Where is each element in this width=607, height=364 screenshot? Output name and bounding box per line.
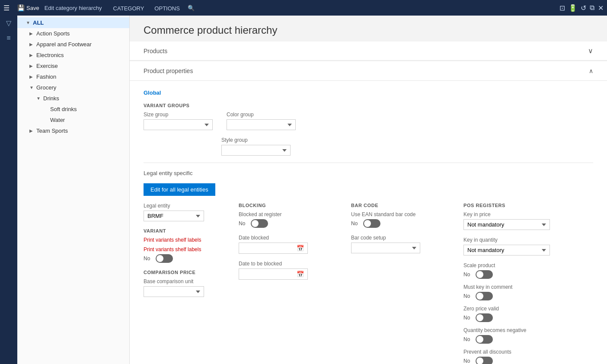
edit-for-all-legal-entities-button[interactable]: Edit for all legal entities xyxy=(144,183,215,196)
nav-item-electronics[interactable]: ▶ Electronics xyxy=(17,50,129,61)
size-group-select[interactable] xyxy=(144,119,213,130)
size-group-field: Size group xyxy=(144,112,213,130)
style-group-row: Style group xyxy=(144,137,593,156)
nav-label-electronics: Electronics xyxy=(36,52,126,58)
nav-item-team-sports[interactable]: ▶ Team Sports xyxy=(17,125,129,136)
use-ean-toggle[interactable] xyxy=(363,219,380,228)
menu-icon[interactable]: ☰ xyxy=(3,4,10,12)
section-title: Product properties xyxy=(144,67,193,74)
global-label: Global xyxy=(144,89,593,96)
nav-item-apparel[interactable]: ▶ Apparel and Footwear xyxy=(17,39,129,50)
use-ean-label: Use EAN standard bar code xyxy=(351,211,438,217)
qty-negative-label: Quantity becomes negative xyxy=(463,327,559,333)
legal-blocking-row: Legal entity BRMF VARIANT Print variants… xyxy=(144,203,593,364)
nav-item-all[interactable]: ▼ ALL xyxy=(17,17,129,28)
nav-item-drinks[interactable]: ▼ Drinks xyxy=(17,93,129,104)
prevent-all-discounts-slider xyxy=(476,357,493,364)
date-to-be-blocked-field: Date to be blocked 📅 xyxy=(239,261,325,280)
print-shelf-row: Print variants shelf labels xyxy=(144,237,213,243)
legal-entity-field: Legal entity BRMF xyxy=(144,203,213,221)
section-collapse-icon[interactable]: ∧ xyxy=(589,67,593,74)
size-group-label: Size group xyxy=(144,112,213,118)
nav-options[interactable]: OPTIONS xyxy=(150,3,184,13)
window-icon-2[interactable]: 🔋 xyxy=(569,4,577,12)
scale-product-value: No xyxy=(463,271,472,278)
zero-price-toggle[interactable] xyxy=(476,313,493,322)
nav-item-soft-drinks[interactable]: Soft drinks xyxy=(17,104,129,115)
style-group-label: Style group xyxy=(221,137,291,143)
blocking-title: BLOCKING xyxy=(239,203,325,208)
divider-1 xyxy=(144,163,593,163)
nav-item-water[interactable]: Water xyxy=(17,115,129,125)
bar-code-setup-select[interactable] xyxy=(351,243,420,253)
calendar-icon-1[interactable]: 📅 xyxy=(297,245,304,252)
base-comparison-unit-field: Base comparison unit xyxy=(144,278,213,297)
nav-label-soft-drinks: Soft drinks xyxy=(50,106,126,112)
nav-label-exercise: Exercise xyxy=(36,63,126,69)
nav-item-fashion[interactable]: ▶ Fashion xyxy=(17,71,129,82)
pos-col: POS REGISTERS Key in price Not mandatory… xyxy=(463,203,559,364)
page-header: Commerce product hierarchy xyxy=(130,16,607,42)
products-section: Products ∨ xyxy=(130,42,607,61)
nav-item-grocery[interactable]: ▼ Grocery xyxy=(17,82,129,93)
print-shelf-toggle-row: No xyxy=(144,254,213,263)
close-icon[interactable]: ✕ xyxy=(598,4,604,12)
save-icon: 💾 xyxy=(17,4,25,11)
date-blocked-input[interactable] xyxy=(243,245,297,252)
window-icon-1[interactable]: ⊡ xyxy=(559,4,565,12)
must-key-comment-slider xyxy=(476,292,493,300)
print-shelf-toggle[interactable] xyxy=(156,254,173,263)
use-ean-value: No xyxy=(351,220,360,227)
title-bar: ☰ 💾 Save Edit category hierarchy CATEGOR… xyxy=(0,0,607,16)
scale-product-toggle[interactable] xyxy=(476,270,493,279)
variant-groups-title: VARIANT GROUPS xyxy=(144,103,593,108)
legal-entity-select[interactable]: BRMF xyxy=(144,211,204,221)
window-icon-4[interactable]: ⧉ xyxy=(590,4,594,12)
nav-toggle-drinks: ▼ xyxy=(36,96,42,101)
filter-icon[interactable]: ▽ xyxy=(6,19,11,27)
must-key-comment-label: Must key in comment xyxy=(463,284,559,290)
nav-label-action-sports: Action Sports xyxy=(36,30,126,37)
prevent-all-discounts-toggle[interactable] xyxy=(476,357,493,364)
style-group-select[interactable] xyxy=(221,145,291,156)
nav-toggle-fashion: ▶ xyxy=(29,74,35,79)
left-col: Legal entity BRMF VARIANT Print variants… xyxy=(144,203,213,364)
main-content: Commerce product hierarchy Products ∨ Pr… xyxy=(130,16,607,364)
bar-code-setup-label: Bar code setup xyxy=(351,235,438,241)
base-comparison-unit-label: Base comparison unit xyxy=(144,278,213,284)
products-collapse-icon[interactable]: ∨ xyxy=(588,47,593,55)
window-icon-3[interactable]: ↺ xyxy=(581,4,586,12)
edit-category-title: Edit category hierarchy xyxy=(45,5,102,11)
print-shelf-label: Print variants shelf labels xyxy=(144,237,201,243)
date-to-be-blocked-input[interactable] xyxy=(243,271,297,278)
nav-label-apparel: Apparel and Footwear xyxy=(36,41,126,48)
list-icon[interactable]: ≡ xyxy=(6,34,10,42)
search-icon[interactable]: 🔍 xyxy=(188,5,195,11)
print-shelf-value: No xyxy=(144,255,152,262)
nav-toggle-apparel: ▶ xyxy=(29,42,35,47)
color-group-label: Color group xyxy=(227,112,296,118)
base-comparison-unit-select[interactable] xyxy=(144,286,204,297)
key-in-price-select[interactable]: Not mandatory Mandatory Must not be blan… xyxy=(463,219,550,230)
products-section-header[interactable]: Products ∨ xyxy=(130,42,607,61)
nav-item-exercise[interactable]: ▶ Exercise xyxy=(17,61,129,71)
nav-category[interactable]: CATEGORY xyxy=(109,3,149,13)
key-in-price-label: Key in price xyxy=(463,211,559,217)
prevent-all-discounts-label: Prevent all discounts xyxy=(463,349,559,355)
must-key-comment-toggle[interactable] xyxy=(476,292,493,300)
qty-negative-toggle[interactable] xyxy=(476,335,493,344)
zero-price-label: Zero price valid xyxy=(463,306,559,312)
blocked-at-register-toggle[interactable] xyxy=(251,219,268,228)
scale-product-row: No xyxy=(463,270,559,279)
save-button[interactable]: 💾 Save xyxy=(14,3,43,13)
nav-toggle-team-sports: ▶ xyxy=(29,128,35,133)
key-in-quantity-select[interactable]: Not mandatory Mandatory Must not be blan… xyxy=(463,245,550,255)
section-body: Global VARIANT GROUPS Size group Color g… xyxy=(130,81,607,364)
key-in-quantity-label: Key in quantity xyxy=(463,237,559,243)
nav-item-action-sports[interactable]: ▶ Action Sports xyxy=(17,28,129,39)
scale-product-label: Scale product xyxy=(463,262,559,268)
color-group-select[interactable] xyxy=(227,119,296,130)
date-blocked-label: Date blocked xyxy=(239,235,325,241)
calendar-icon-2[interactable]: 📅 xyxy=(297,271,304,278)
product-properties-header[interactable]: Product properties ∧ xyxy=(130,61,607,81)
